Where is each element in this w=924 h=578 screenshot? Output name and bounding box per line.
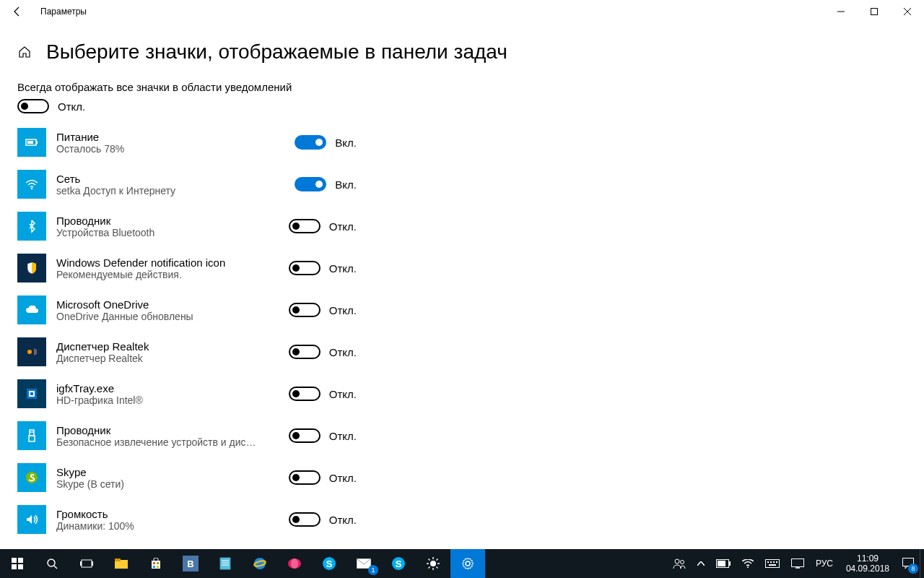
battery-icon	[17, 128, 46, 157]
content-area: Всегда отображать все значки в области у…	[0, 69, 924, 538]
item-toggle[interactable]	[289, 387, 321, 401]
item-toggle-state: Откл.	[329, 220, 357, 233]
notepad-button[interactable]	[208, 549, 243, 578]
svg-point-58	[675, 559, 679, 564]
notification-icon-row: Сетьsetka Доступ к ИнтернетуВкл.	[17, 170, 357, 199]
item-title: Проводник	[56, 424, 289, 436]
item-title: Диспетчер Realtek	[56, 340, 289, 353]
item-toggle[interactable]	[289, 303, 321, 317]
svg-text:B: B	[187, 558, 193, 569]
item-text-block: ПитаниеОсталось 78%	[56, 131, 295, 155]
item-title: Питание	[56, 131, 295, 143]
svg-line-55	[429, 567, 430, 569]
action-center-badge: 8	[908, 564, 918, 574]
svg-line-56	[437, 559, 438, 561]
tray-people-icon[interactable]	[667, 549, 692, 578]
tray-date: 04.09.2018	[846, 564, 889, 574]
item-toggle[interactable]	[289, 345, 321, 359]
item-toggle-state: Откл.	[329, 304, 357, 316]
svg-rect-25	[92, 561, 93, 566]
item-toggle[interactable]	[289, 428, 321, 443]
back-button[interactable]	[6, 0, 29, 23]
minimize-button[interactable]	[824, 0, 858, 23]
maximize-button[interactable]	[858, 0, 891, 23]
settings-button[interactable]	[450, 549, 485, 578]
item-subtitle: Рекомендуемые действия.	[56, 269, 258, 280]
item-subtitle: Безопасное извлечение устройств и дис…	[56, 436, 258, 448]
item-toggle-state: Откл.	[329, 472, 357, 484]
item-toggle[interactable]	[289, 470, 321, 485]
item-subtitle: OneDrive Данные обновлены	[56, 311, 258, 322]
svg-rect-20	[18, 564, 23, 569]
speaker-dark-icon	[17, 337, 46, 366]
ie-button[interactable]	[243, 549, 277, 578]
svg-rect-61	[729, 561, 731, 566]
svg-rect-32	[157, 566, 159, 568]
svg-point-59	[680, 561, 684, 564]
notification-icon-row: Windows Defender notification iconРекоме…	[17, 254, 357, 282]
page-header: Выберите значки, отображаемые в панели з…	[0, 23, 924, 69]
svg-point-57	[466, 561, 470, 566]
item-title: Windows Defender notification icon	[56, 256, 289, 269]
notification-icon-row: ПроводникБезопасное извлечение устройств…	[17, 421, 357, 450]
start-button[interactable]	[0, 549, 35, 578]
svg-rect-6	[27, 141, 33, 144]
show-desktop-button[interactable]	[920, 549, 924, 578]
skype-pinned-2[interactable]: S	[381, 549, 416, 578]
explorer-button[interactable]	[104, 549, 139, 578]
notification-icon-row: igfxTray.exeHD-графика Intel®Откл.	[17, 379, 357, 408]
item-toggle[interactable]	[289, 512, 321, 527]
tray-overflow-icon[interactable]	[692, 549, 710, 578]
svg-line-53	[429, 559, 430, 561]
vk-button[interactable]: B	[173, 549, 208, 578]
store-button[interactable]	[139, 549, 173, 578]
item-toggle-wrap: Откл.	[289, 387, 357, 401]
master-toggle[interactable]	[17, 99, 49, 113]
item-toggle[interactable]	[289, 219, 321, 233]
tray-language[interactable]: РУС	[810, 549, 839, 578]
svg-rect-30	[157, 562, 159, 564]
mail-button[interactable]: 1	[346, 549, 381, 578]
item-subtitle: Динамики: 100%	[56, 520, 258, 532]
svg-rect-64	[765, 560, 779, 568]
item-toggle[interactable]	[289, 261, 321, 275]
close-button[interactable]	[891, 0, 924, 23]
item-text-block: SkypeSkype (В сети)	[56, 466, 289, 490]
item-subtitle: Диспетчер Realtek	[56, 353, 258, 364]
svg-rect-24	[80, 561, 82, 566]
item-toggle-wrap: Откл.	[289, 345, 357, 359]
items-list: ПитаниеОсталось 78%Вкл.Сетьsetka Доступ …	[17, 128, 907, 534]
bluetooth-icon	[17, 212, 46, 241]
brightness-button[interactable]	[416, 549, 450, 578]
svg-rect-67	[773, 561, 775, 563]
skype-icon	[17, 463, 46, 492]
tray-clock[interactable]: 11:09 04.09.2018	[839, 553, 897, 574]
intel-icon	[17, 379, 46, 408]
svg-point-8	[27, 350, 32, 354]
home-icon[interactable]	[17, 45, 32, 59]
tray-project-icon[interactable]	[785, 549, 810, 578]
item-text-block: ГромкостьДинамики: 100%	[56, 508, 289, 532]
skype-pinned-1[interactable]: S	[312, 549, 346, 578]
svg-rect-18	[18, 558, 23, 563]
item-toggle-state: Откл.	[329, 430, 357, 442]
svg-rect-17	[12, 558, 17, 563]
svg-rect-19	[12, 564, 17, 569]
tray-keyboard-icon[interactable]	[759, 549, 785, 578]
item-toggle[interactable]	[295, 135, 326, 150]
taskview-button[interactable]	[69, 549, 104, 578]
taskbar: B S 1 S	[0, 549, 924, 578]
tray-battery-icon[interactable]	[710, 549, 736, 578]
item-subtitle: setka Доступ к Интернету	[56, 185, 258, 197]
item-title: Громкость	[56, 508, 289, 520]
search-button[interactable]	[35, 549, 69, 578]
item-toggle-state: Вкл.	[335, 137, 357, 149]
svg-rect-70	[791, 559, 803, 567]
item-title: igfxTray.exe	[56, 382, 289, 394]
notification-icon-row: Диспетчер RealtekДиспетчер RealtekОткл.	[17, 337, 357, 366]
item-toggle[interactable]	[295, 177, 326, 191]
tray-action-center-icon[interactable]: 8	[897, 549, 920, 578]
tray-wifi-icon[interactable]	[736, 549, 759, 578]
browser-button[interactable]	[277, 549, 312, 578]
cloud-icon	[17, 296, 46, 324]
